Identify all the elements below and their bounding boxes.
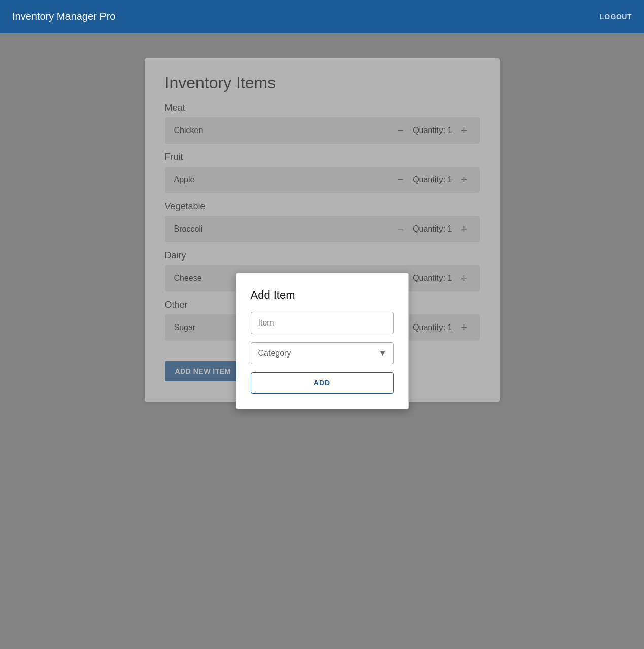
logout-button[interactable]: LOGOUT: [600, 13, 632, 21]
item-input[interactable]: [251, 312, 394, 334]
category-select-wrapper: Category MeatFruitVegetableDairyOther ▼: [251, 342, 394, 364]
modal-overlay: Add Item Category MeatFruitVegetableDair…: [0, 33, 644, 649]
header: Inventory Manager Pro LOGOUT: [0, 0, 644, 33]
modal-title: Add Item: [251, 288, 394, 302]
add-item-modal: Add Item Category MeatFruitVegetableDair…: [236, 273, 409, 409]
modal-add-button[interactable]: ADD: [251, 372, 394, 394]
category-select[interactable]: Category MeatFruitVegetableDairyOther: [251, 342, 394, 364]
main-area: Inventory Items MeatChicken−Quantity: 1+…: [0, 33, 644, 649]
app-title: Inventory Manager Pro: [12, 11, 115, 22]
